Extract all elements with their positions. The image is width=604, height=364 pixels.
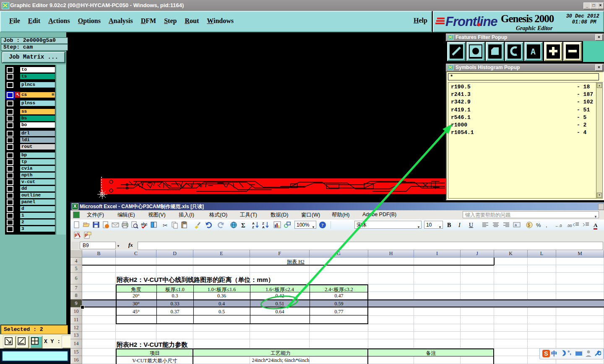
column-header-K[interactable]: K: [494, 250, 528, 258]
font-color-button[interactable]: A: [594, 221, 601, 229]
percent-button[interactable]: %: [536, 221, 544, 229]
layer-checkbox-bp[interactable]: [7, 152, 13, 158]
layer-npth[interactable]: npth: [20, 172, 55, 178]
layer-checkbox-ts[interactable]: [7, 74, 13, 80]
layer-d[interactable]: d: [20, 206, 55, 212]
excel-menu-6[interactable]: 工具(T): [240, 212, 257, 219]
help-question-box[interactable]: 键入需要帮助的问题▼: [463, 211, 599, 218]
exclude-filter-button[interactable]: [563, 42, 582, 61]
sort-ascending-icon[interactable]: AZ: [252, 221, 259, 229]
layer-checkbox-3[interactable]: [7, 226, 13, 232]
grid-tool-button[interactable]: [30, 336, 42, 349]
punctuation-icon[interactable]: °,: [568, 349, 571, 356]
excel-menu-2[interactable]: 编辑(E): [117, 212, 135, 219]
new-document-icon[interactable]: [73, 221, 81, 229]
layer-checkbox-ss[interactable]: [7, 109, 13, 115]
menu-file[interactable]: File: [9, 17, 20, 25]
namebox-dropdown[interactable]: ▼: [117, 244, 120, 248]
sogou-logo-icon[interactable]: S: [542, 350, 550, 357]
name-box[interactable]: B9: [80, 242, 116, 249]
layer-checkbox-bo[interactable]: [7, 122, 13, 128]
excel-menu-8[interactable]: 窗口(W): [301, 212, 320, 219]
menu-dfm[interactable]: DFM: [141, 17, 156, 25]
undo-icon[interactable]: [205, 221, 212, 229]
bold-button[interactable]: B: [447, 221, 455, 229]
row-header-12[interactable]: 12: [70, 324, 82, 332]
keyboard-icon[interactable]: [575, 351, 583, 356]
command-input[interactable]: [2, 351, 68, 361]
layer-dd[interactable]: dd: [20, 186, 55, 192]
histogram-row[interactable]: r1054.1- 4: [451, 129, 594, 136]
layer-checkbox-ldi[interactable]: [7, 137, 13, 143]
layer-outline[interactable]: outline: [20, 192, 55, 199]
include-filter-button[interactable]: [544, 42, 562, 61]
maximize-button[interactable]: □: [590, 3, 597, 9]
layer-list-scrollbar[interactable]: [56, 65, 66, 235]
layer-ts[interactable]: ts: [20, 73, 55, 80]
excel-menu-10[interactable]: Adobe PDF(B): [362, 212, 396, 217]
layer-v-cut[interactable]: v-cut: [20, 179, 55, 185]
row-header-15[interactable]: 15: [70, 349, 82, 356]
print-preview-icon[interactable]: [131, 221, 138, 229]
histogram-row[interactable]: r241.3- 187: [451, 91, 594, 98]
histogram-filter-input[interactable]: *: [448, 73, 599, 80]
excel-menu-1[interactable]: 文件(F): [87, 212, 104, 219]
layer-checkbox-2[interactable]: [7, 219, 13, 225]
align-right-button[interactable]: [502, 221, 510, 229]
formula-input[interactable]: [138, 242, 603, 250]
layer-checkbox-drl[interactable]: [7, 131, 13, 137]
text-filter-button[interactable]: A: [524, 42, 543, 61]
layer-checkbox-outline[interactable]: [7, 193, 13, 199]
increase-decimal-button[interactable]: ←.0.00: [555, 221, 562, 229]
increase-indent-button[interactable]: [582, 221, 590, 229]
histogram-row[interactable]: r419.1- 51: [451, 107, 594, 113]
features-filter-close[interactable]: ×: [595, 34, 603, 41]
insert-hyperlink-icon[interactable]: [230, 221, 237, 229]
row-header-4[interactable]: 4: [70, 258, 82, 265]
redo-icon[interactable]: [217, 221, 225, 229]
measure-tool-button[interactable]: [16, 336, 29, 349]
layer-checkbox-plncs[interactable]: [7, 82, 13, 88]
spelling-icon[interactable]: abc: [141, 221, 148, 229]
merge-center-button[interactable]: a: [513, 221, 521, 229]
histogram-close[interactable]: ×: [595, 65, 603, 71]
row-header-11[interactable]: 11: [70, 316, 82, 324]
chart-wizard-icon[interactable]: [273, 221, 281, 229]
close-button[interactable]: ×: [597, 3, 604, 9]
layer-panel[interactable]: panel: [20, 199, 55, 205]
column-header-H[interactable]: H: [368, 250, 414, 258]
drawing-icon[interactable]: [284, 221, 291, 229]
minimize-button[interactable]: _: [583, 3, 591, 9]
row-header-16[interactable]: 16: [70, 356, 82, 364]
email-icon[interactable]: [112, 221, 119, 229]
layer-bo[interactable]: bo: [20, 122, 55, 128]
layer-checkbox-bs[interactable]: [7, 116, 13, 121]
layer-checkbox-to[interactable]: [7, 67, 13, 73]
row-header-14[interactable]: 14: [70, 339, 82, 349]
layer-plnss[interactable]: plnss: [20, 100, 55, 106]
excel-menu-3[interactable]: 视图(V): [148, 212, 166, 219]
chinese-mode-icon[interactable]: 中: [551, 350, 557, 358]
help-icon[interactable]: ?: [319, 221, 326, 229]
row-header-5[interactable]: 5: [70, 265, 82, 273]
menu-windows[interactable]: Windows: [207, 17, 234, 25]
layer-checkbox-d[interactable]: [7, 206, 13, 212]
column-header-G[interactable]: G: [310, 250, 368, 258]
histogram-titlebar[interactable]: Symbols Histogram Popup ×: [446, 64, 604, 72]
job-matrix-button[interactable]: Job Matrix ...: [2, 52, 65, 63]
layer-checkbox-cs[interactable]: [7, 92, 13, 98]
research-icon[interactable]: [150, 221, 158, 229]
autosum-icon[interactable]: Σ: [240, 221, 247, 229]
layer-tp[interactable]: tp: [20, 159, 55, 165]
font-size-combo[interactable]: 10▼: [424, 221, 443, 229]
pads-filter-button[interactable]: [466, 42, 485, 61]
select-all-corner[interactable]: [70, 250, 82, 258]
zoom-tool-button[interactable]: [3, 336, 16, 349]
column-header-L[interactable]: L: [528, 250, 556, 258]
align-center-button[interactable]: [492, 221, 500, 229]
histogram-scrollbar[interactable]: ▲ ▼: [596, 82, 603, 199]
user-icon[interactable]: [585, 350, 592, 359]
layer-checkbox-1[interactable]: [7, 213, 13, 219]
menu-analysis[interactable]: Analysis: [109, 17, 133, 25]
print-icon[interactable]: [121, 221, 129, 229]
